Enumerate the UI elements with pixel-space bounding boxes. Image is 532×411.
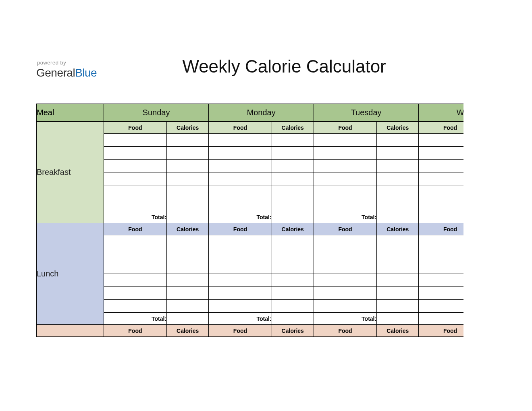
food-cell[interactable]: [419, 185, 463, 198]
food-cell[interactable]: [104, 147, 166, 160]
food-cell[interactable]: [104, 134, 166, 147]
food-cell[interactable]: [419, 261, 463, 274]
calories-cell[interactable]: [272, 248, 314, 261]
calories-cell[interactable]: [377, 287, 419, 300]
calories-cell[interactable]: [377, 160, 419, 172]
calories-cell[interactable]: [167, 235, 209, 248]
food-cell[interactable]: [209, 274, 272, 287]
food-cell[interactable]: [104, 198, 166, 211]
calories-cell[interactable]: [272, 185, 314, 198]
calories-cell[interactable]: [167, 248, 209, 261]
food-cell[interactable]: [104, 274, 166, 287]
food-cell[interactable]: [419, 198, 463, 211]
food-cell[interactable]: [314, 261, 376, 274]
calories-cell[interactable]: [272, 287, 314, 300]
calories-cell[interactable]: [167, 261, 209, 274]
food-cell[interactable]: [314, 235, 376, 248]
subheader-food: Food: [419, 223, 463, 235]
food-cell[interactable]: [314, 134, 376, 147]
total-label: Total:: [104, 313, 166, 325]
food-cell[interactable]: [209, 160, 272, 172]
calories-cell[interactable]: [167, 300, 209, 313]
calories-cell[interactable]: [272, 300, 314, 313]
calories-cell[interactable]: [167, 160, 209, 172]
food-cell[interactable]: [104, 300, 166, 313]
subheader-food: Food: [419, 325, 463, 337]
food-cell[interactable]: [209, 134, 272, 147]
food-cell[interactable]: [209, 300, 272, 313]
calories-cell[interactable]: [377, 274, 419, 287]
food-cell[interactable]: [209, 185, 272, 198]
calories-cell[interactable]: [272, 198, 314, 211]
food-cell[interactable]: [209, 248, 272, 261]
calories-cell[interactable]: [377, 134, 419, 147]
calories-cell[interactable]: [377, 248, 419, 261]
food-cell[interactable]: [209, 198, 272, 211]
food-cell[interactable]: [209, 261, 272, 274]
food-cell[interactable]: [419, 172, 463, 185]
calories-cell[interactable]: [167, 185, 209, 198]
food-cell[interactable]: [419, 235, 463, 248]
calories-cell[interactable]: [377, 185, 419, 198]
calories-cell[interactable]: [167, 274, 209, 287]
food-cell[interactable]: [314, 300, 376, 313]
food-cell[interactable]: [314, 172, 376, 185]
food-cell[interactable]: [419, 300, 463, 313]
total-value: [272, 211, 314, 223]
food-cell[interactable]: [314, 147, 376, 160]
food-cell[interactable]: [314, 198, 376, 211]
total-label: Total:: [209, 211, 272, 223]
calories-cell[interactable]: [377, 172, 419, 185]
subheader-calories: Calories: [272, 122, 314, 134]
food-cell[interactable]: [419, 287, 463, 300]
calories-cell[interactable]: [377, 235, 419, 248]
subheader-food: Food: [209, 122, 272, 134]
food-cell[interactable]: [419, 248, 463, 261]
food-cell[interactable]: [104, 287, 166, 300]
food-cell[interactable]: [419, 160, 463, 172]
food-cell[interactable]: [209, 235, 272, 248]
food-cell[interactable]: [104, 160, 166, 172]
food-cell[interactable]: [209, 287, 272, 300]
calorie-table: MealSundayMondayTuesdayWednesBreakfastFo…: [36, 104, 463, 337]
calories-cell[interactable]: [377, 198, 419, 211]
food-cell[interactable]: [419, 134, 463, 147]
calories-cell[interactable]: [272, 147, 314, 160]
calories-cell[interactable]: [377, 147, 419, 160]
calories-cell[interactable]: [272, 134, 314, 147]
food-cell[interactable]: [104, 172, 166, 185]
calories-cell[interactable]: [272, 160, 314, 172]
food-cell[interactable]: [209, 172, 272, 185]
meal-label-dinner: [37, 325, 104, 337]
calories-cell[interactable]: [272, 172, 314, 185]
calories-cell[interactable]: [167, 134, 209, 147]
food-cell[interactable]: [104, 261, 166, 274]
calories-cell[interactable]: [377, 261, 419, 274]
total-label: Total:: [314, 313, 376, 325]
calories-cell[interactable]: [272, 274, 314, 287]
food-cell[interactable]: [419, 147, 463, 160]
calories-cell[interactable]: [377, 300, 419, 313]
calories-cell[interactable]: [167, 287, 209, 300]
food-cell[interactable]: [314, 287, 376, 300]
calories-cell[interactable]: [167, 198, 209, 211]
subheader-food: Food: [104, 223, 166, 235]
total-value: [167, 211, 209, 223]
food-cell[interactable]: [104, 235, 166, 248]
food-cell[interactable]: [419, 274, 463, 287]
food-cell[interactable]: [314, 160, 376, 172]
food-cell[interactable]: [104, 248, 166, 261]
food-cell[interactable]: [314, 248, 376, 261]
calories-cell[interactable]: [272, 261, 314, 274]
food-cell[interactable]: [314, 274, 376, 287]
column-header-day: Monday: [209, 104, 314, 122]
food-cell[interactable]: [209, 147, 272, 160]
subheader-calories: Calories: [377, 223, 419, 235]
calories-cell[interactable]: [167, 147, 209, 160]
brand-logo: powered by GeneralBlue: [36, 60, 97, 79]
food-cell[interactable]: [104, 185, 166, 198]
calories-cell[interactable]: [167, 172, 209, 185]
calories-cell[interactable]: [272, 235, 314, 248]
food-cell[interactable]: [314, 185, 376, 198]
subheader-calories: Calories: [167, 325, 209, 337]
